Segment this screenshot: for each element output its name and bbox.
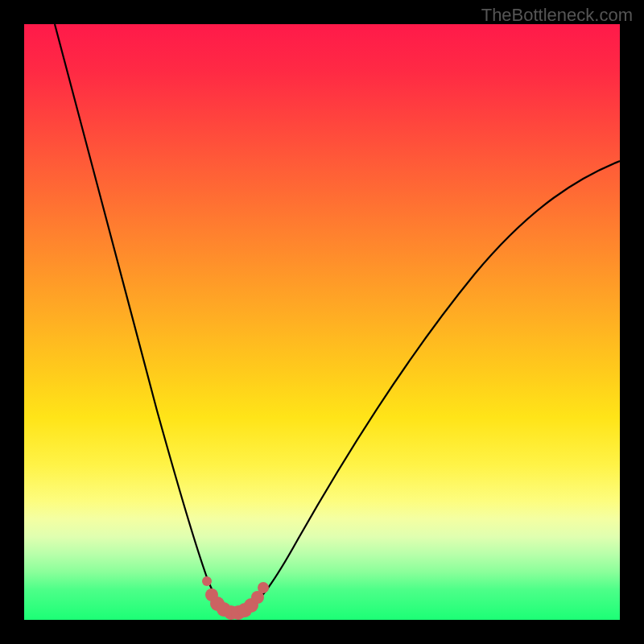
svg-point-9 <box>258 582 269 593</box>
bottleneck-curve-left <box>55 24 225 609</box>
bottleneck-curve-right <box>248 161 620 609</box>
watermark-text: TheBottleneck.com <box>481 5 633 26</box>
bottleneck-chart <box>24 24 620 620</box>
svg-point-0 <box>202 576 212 586</box>
valley-highlight-markers <box>202 576 269 620</box>
chart-svg <box>24 24 620 620</box>
